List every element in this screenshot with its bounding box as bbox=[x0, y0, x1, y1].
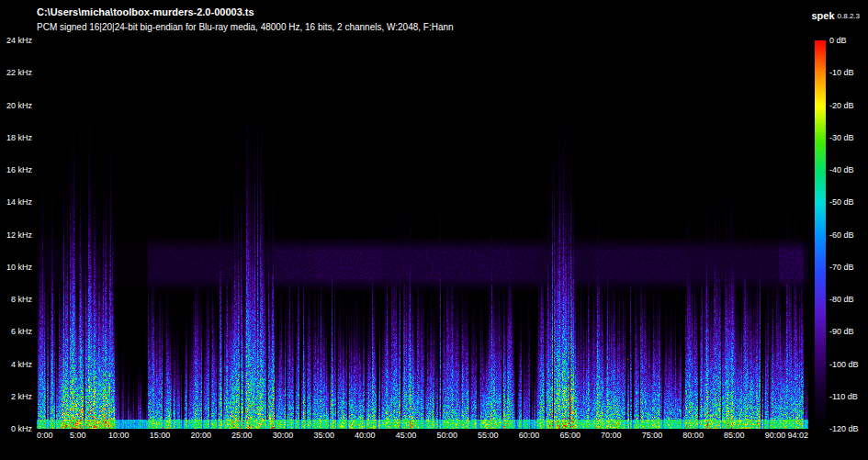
db-tick-label: -110 dB bbox=[829, 392, 858, 400]
freq-tick-label: 16 kHz bbox=[0, 166, 32, 174]
app-version: 0.8.2.3 bbox=[838, 12, 860, 20]
db-tick-label: -10 dB bbox=[829, 69, 854, 77]
time-tick-label: 90:00 bbox=[765, 432, 786, 440]
time-tick-label: 45:00 bbox=[396, 432, 417, 440]
time-tick-label: 20:00 bbox=[190, 432, 211, 440]
time-tick-label: 55:00 bbox=[478, 432, 499, 440]
spek-window: C:\Users\micha\toolbox-murders-2.0-00003… bbox=[0, 0, 868, 460]
file-path: C:\Users\micha\toolbox-murders-2.0-00003… bbox=[37, 6, 254, 17]
freq-tick-label: 24 kHz bbox=[0, 37, 32, 45]
format-info: PCM signed 16|20|24-bit big-endian for B… bbox=[37, 22, 454, 32]
db-tick-label: -70 dB bbox=[829, 263, 854, 271]
db-tick-label: 0 dB bbox=[829, 37, 847, 45]
time-tick-label: 60:00 bbox=[519, 432, 540, 440]
freq-tick-label: 20 kHz bbox=[0, 101, 32, 109]
freq-tick-label: 22 kHz bbox=[0, 69, 32, 77]
freq-tick-label: 12 kHz bbox=[0, 230, 32, 239]
db-legend-gradient bbox=[815, 40, 826, 429]
freq-tick-label: 18 kHz bbox=[0, 133, 32, 141]
freq-tick-label: 0 kHz bbox=[0, 425, 32, 433]
freq-tick-label: 14 kHz bbox=[0, 198, 32, 207]
db-tick-label: -40 dB bbox=[829, 166, 854, 174]
freq-tick-label: 2 kHz bbox=[0, 392, 32, 400]
db-tick-label: -50 dB bbox=[829, 198, 854, 207]
freq-tick-label: 4 kHz bbox=[0, 360, 32, 368]
time-tick-label: 40:00 bbox=[355, 432, 376, 440]
time-tick-label: 35:00 bbox=[313, 432, 334, 440]
spectrogram-canvas bbox=[37, 40, 808, 429]
time-tick-label: 80:00 bbox=[682, 432, 704, 440]
freq-tick-label: 8 kHz bbox=[0, 296, 32, 304]
app-name: spek bbox=[811, 10, 834, 21]
time-tick-label: 5:00 bbox=[70, 432, 86, 440]
time-tick-label: 94:02 bbox=[787, 432, 808, 440]
time-tick-label: 50:00 bbox=[436, 432, 457, 440]
db-tick-label: -60 dB bbox=[829, 230, 854, 239]
db-tick-label: -20 dB bbox=[829, 101, 854, 109]
db-tick-label: -100 dB bbox=[829, 360, 859, 368]
db-tick-label: -90 dB bbox=[829, 328, 854, 336]
freq-tick-label: 6 kHz bbox=[0, 328, 32, 336]
time-tick-label: 10:00 bbox=[108, 432, 130, 440]
db-tick-label: -30 dB bbox=[829, 133, 854, 141]
db-tick-label: -80 dB bbox=[829, 296, 854, 304]
time-tick-label: 75:00 bbox=[642, 432, 663, 440]
db-tick-label: -120 dB bbox=[829, 425, 859, 433]
time-tick-label: 15:00 bbox=[150, 432, 171, 440]
time-tick-label: 25:00 bbox=[231, 432, 253, 440]
time-tick-label: 70:00 bbox=[601, 432, 622, 440]
time-tick-label: 85:00 bbox=[724, 432, 745, 440]
app-brand: spek0.8.2.3 bbox=[811, 6, 860, 23]
time-tick-label: 65:00 bbox=[559, 432, 581, 440]
time-tick-label: 0:00 bbox=[37, 432, 53, 440]
time-tick-label: 30:00 bbox=[273, 432, 294, 440]
freq-tick-label: 10 kHz bbox=[0, 263, 32, 271]
